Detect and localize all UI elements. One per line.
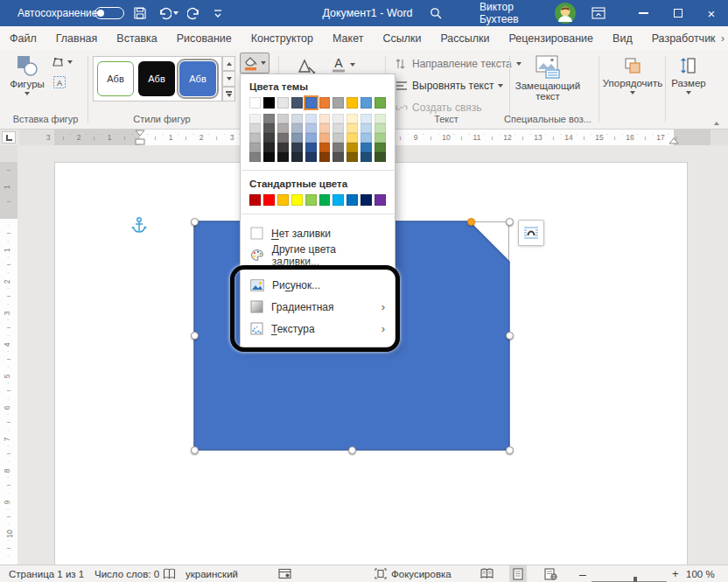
user-name[interactable]: Виктор Бухтеев	[480, 0, 553, 26]
adjust-handle[interactable]	[467, 218, 475, 226]
web-layout-icon[interactable]	[544, 565, 557, 582]
tab-6[interactable]: Ссылки	[373, 26, 430, 51]
color-swatch-DEEBF6[interactable]	[360, 114, 372, 123]
undo-button[interactable]	[158, 0, 178, 26]
color-swatch-D8D8D8[interactable]	[249, 123, 261, 133]
color-swatch-F4B183[interactable]	[319, 133, 331, 143]
color-swatch-1F4E79[interactable]	[360, 152, 372, 162]
menu-item-gradient[interactable]: Градиентная ›	[241, 296, 395, 318]
color-swatch-F2F2F2[interactable]	[249, 114, 261, 123]
shape-style-3-selected[interactable]: Абв	[179, 61, 216, 96]
color-swatch-D5DCE4[interactable]	[291, 114, 303, 123]
zoom-slider-thumb[interactable]	[634, 577, 637, 582]
resize-handle-bottom-left[interactable]	[191, 446, 199, 454]
color-swatch-FF0000[interactable]	[263, 194, 275, 206]
text-direction-button[interactable]: Направление текста	[396, 58, 522, 70]
minimize-button[interactable]	[626, 0, 660, 26]
color-swatch-A5A5A5[interactable]	[332, 97, 344, 109]
color-swatch-1F3864[interactable]	[305, 152, 317, 162]
resize-handle-middle-right[interactable]	[506, 332, 514, 340]
text-effects-button[interactable]	[296, 58, 317, 75]
tab-stop-selector[interactable]	[2, 131, 16, 144]
shape-fill-button[interactable]	[240, 53, 270, 74]
tab-11[interactable]: Надстройки	[725, 26, 728, 51]
color-swatch-FFE599[interactable]	[346, 123, 358, 133]
color-swatch-F7CBAC[interactable]	[319, 123, 331, 133]
left-indent-marker[interactable]	[134, 130, 146, 145]
resize-handle-top-left[interactable]	[191, 218, 199, 226]
page-indicator[interactable]: Страница 1 из 1	[9, 565, 84, 582]
user-avatar[interactable]	[555, 0, 576, 26]
color-swatch-5B9BD5[interactable]	[360, 97, 372, 109]
color-swatch-3A3838[interactable]	[277, 143, 289, 152]
color-swatch-0070C0[interactable]	[346, 194, 358, 206]
color-swatch-BFBFBF[interactable]	[249, 133, 261, 143]
color-swatch-AEAAAA[interactable]	[277, 123, 289, 133]
color-swatch-7B7B7B[interactable]	[332, 143, 344, 152]
tab-file[interactable]: Файл	[0, 26, 46, 51]
color-swatch-0C0C0C[interactable]	[263, 152, 275, 162]
gallery-more-icon[interactable]	[222, 87, 235, 102]
tab-5[interactable]: Макет	[323, 26, 373, 51]
gallery-scroll-up-icon[interactable]	[222, 56, 235, 71]
tab-overflow-icon[interactable]: ›	[721, 26, 724, 51]
color-swatch-7F7F7F[interactable]	[249, 152, 261, 162]
text-box-button[interactable]: А	[52, 75, 66, 89]
color-swatch-FFFF00[interactable]	[291, 194, 303, 206]
color-swatch-8EAADB[interactable]	[305, 133, 317, 143]
color-swatch-00B0F0[interactable]	[332, 194, 344, 206]
color-swatch-333F4F[interactable]	[291, 143, 303, 152]
gallery-scroll-down-icon[interactable]	[222, 71, 235, 86]
search-icon[interactable]	[429, 0, 443, 26]
tab-3[interactable]: Рисование	[167, 26, 242, 51]
color-swatch-FFF2CC[interactable]	[346, 114, 358, 123]
alt-text-button[interactable]: Замещающий текст	[513, 54, 583, 102]
menu-item-more-fill-colors[interactable]: Другие цвета заливки...	[241, 244, 395, 266]
read-mode-icon[interactable]	[480, 565, 494, 582]
color-swatch-002060[interactable]	[360, 194, 372, 206]
focus-mode-button[interactable]: Фокусировка	[374, 565, 452, 582]
menu-item-no-fill[interactable]: Нет заливки	[241, 222, 395, 244]
menu-item-texture[interactable]: Текстура ›	[241, 318, 395, 340]
color-swatch-B4C6E7[interactable]	[305, 123, 317, 133]
layout-options-button[interactable]	[518, 220, 544, 246]
color-swatch-EDEDED[interactable]	[332, 114, 344, 123]
color-swatch-171616[interactable]	[277, 152, 289, 162]
color-swatch-A8D08D[interactable]	[374, 133, 386, 143]
color-swatch-8496B0[interactable]	[291, 133, 303, 143]
align-text-button[interactable]: Выровнять текст	[396, 80, 503, 92]
text-outline-button[interactable]: А	[331, 56, 355, 74]
color-swatch-00B050[interactable]	[319, 194, 331, 206]
shape-style-1[interactable]: Абв	[97, 61, 134, 96]
color-swatch-FFD966[interactable]	[346, 133, 358, 143]
save-icon[interactable]	[133, 0, 147, 26]
color-swatch-C00000[interactable]	[249, 194, 261, 206]
color-swatch-595959[interactable]	[263, 123, 275, 133]
color-swatch-44546A[interactable]	[291, 97, 303, 109]
collapse-ribbon-icon[interactable]	[714, 116, 719, 128]
zoom-level[interactable]: 100 %	[686, 565, 715, 582]
color-swatch-D9E2F3[interactable]	[305, 114, 317, 123]
tab-9[interactable]: Вид	[603, 26, 642, 51]
color-swatch-222A35[interactable]	[291, 152, 303, 162]
size-button[interactable]: Размер	[668, 56, 709, 95]
redo-button[interactable]	[187, 0, 201, 26]
color-swatch-538135[interactable]	[374, 143, 386, 152]
menu-item-picture[interactable]: Рисунок...	[241, 274, 395, 296]
shape-style-2[interactable]: Абв	[138, 61, 175, 96]
ribbon-display-options-icon[interactable]	[592, 0, 606, 26]
right-indent-marker[interactable]	[668, 137, 680, 145]
tab-2[interactable]: Вставка	[107, 26, 166, 51]
arrange-button[interactable]: Упорядочить	[604, 56, 662, 95]
color-swatch-9DC3E6[interactable]	[360, 133, 372, 143]
color-swatch-757070[interactable]	[277, 133, 289, 143]
close-button[interactable]: ×	[696, 0, 726, 26]
print-layout-icon[interactable]	[509, 565, 527, 582]
resize-handle-bottom-right[interactable]	[506, 446, 514, 454]
color-swatch-833C00[interactable]	[319, 152, 331, 162]
color-swatch-262626[interactable]	[263, 143, 275, 152]
color-swatch-2E74B5[interactable]	[360, 143, 372, 152]
proofing-icon[interactable]	[163, 565, 176, 582]
maximize-button[interactable]	[662, 0, 695, 26]
color-swatch-385623[interactable]	[374, 152, 386, 162]
